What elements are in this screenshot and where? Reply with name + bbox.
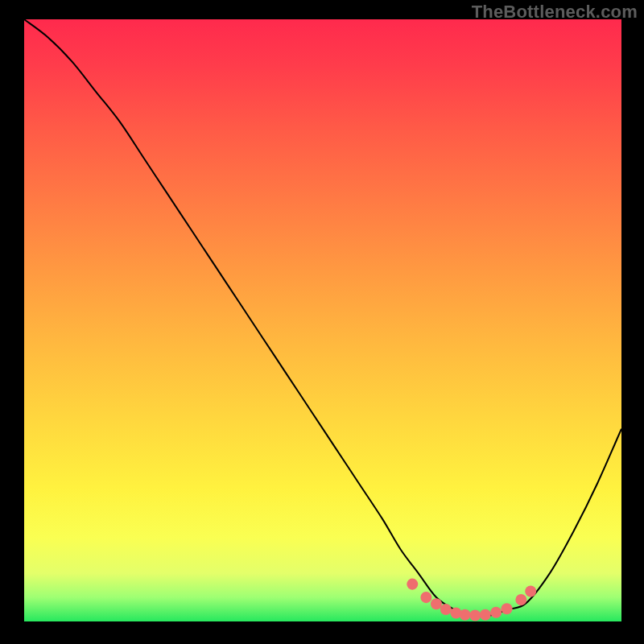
plot-area — [24, 19, 621, 621]
highlight-dot — [440, 604, 452, 615]
highlight-dot — [420, 592, 431, 603]
highlight-dot — [502, 603, 513, 614]
chart-svg — [24, 19, 621, 621]
highlight-dot — [490, 607, 502, 618]
highlight-dot — [515, 594, 526, 605]
highlight-dot — [469, 609, 481, 621]
highlight-dot — [480, 609, 491, 621]
highlight-dot — [431, 598, 442, 609]
highlight-dot — [460, 609, 471, 621]
watermark-text: TheBottleneck.com — [472, 2, 638, 23]
highlight-dot — [407, 579, 418, 590]
highlight-dot — [525, 586, 536, 597]
chart-frame: TheBottleneck.com — [0, 0, 644, 644]
bottleneck-curve — [24, 19, 621, 616]
